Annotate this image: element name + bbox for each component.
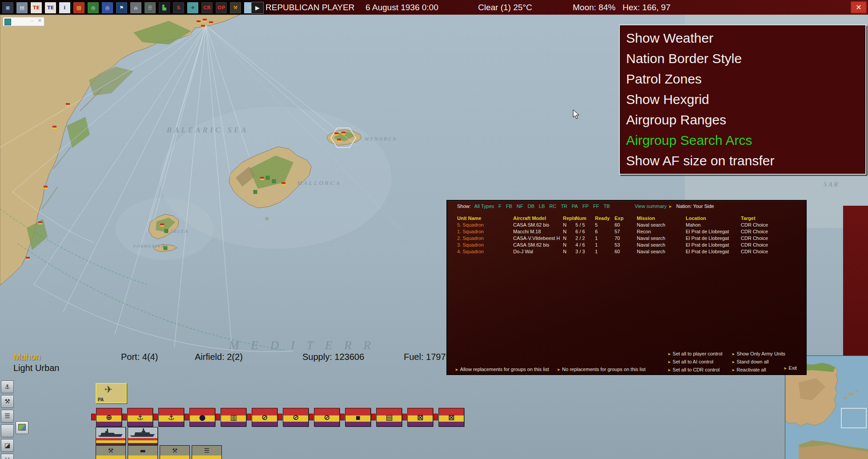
filter-type[interactable]: RC [549,204,556,209]
next-phase-button[interactable]: ▶ [251,2,264,14]
menu-item-show-hexgrid[interactable]: Show Hexgrid [620,89,865,110]
support-counter[interactable]: ☰ [187,445,219,459]
naval-counter[interactable]: ▪ [340,407,371,427]
toe-icon[interactable]: TE [44,2,56,14]
column-header[interactable]: Num [575,216,595,221]
ledger-icon[interactable]: ▤ [16,2,28,14]
info-screens-icon[interactable]: i [59,2,71,14]
minimize-icon[interactable]: – [31,18,33,23]
footer-command[interactable]: Reactivate all [730,366,785,374]
footer-command[interactable]: Stand down all [730,358,785,366]
column-header[interactable]: Target [741,216,816,221]
arrow-icon [784,365,787,371]
column-header[interactable]: Ready [595,216,615,221]
footer-command[interactable]: Set all to player control [666,350,722,358]
naval-counter[interactable]: ⊠ [402,407,434,427]
losses-icon[interactable]: ▨ [73,2,85,14]
airgroup-row[interactable]: 3. SquadronCASA SM.62 bisN4 / 6153Naval … [447,242,806,248]
ship-counter[interactable] [128,427,158,445]
ground-elements-icon[interactable]: TE [30,2,42,14]
menu-item-airgroup-ranges[interactable]: Airgroup Ranges [620,110,865,130]
airgroup-row[interactable]: 2. SquadronCASA-V.Vildebeest HN2 / 2170N… [447,235,806,242]
air-unit-counter[interactable]: ✈ PA [96,383,127,403]
engineer-tool-button[interactable]: ⚒ [1,395,14,408]
supply-icon[interactable]: S [173,2,185,14]
support-counter[interactable]: ⚒ [91,445,123,459]
column-header[interactable]: Location [686,216,741,221]
port-tool-button[interactable]: ⚓ [1,380,14,393]
jump-map-blue-icon[interactable]: ◎ [101,2,113,14]
naval-counter[interactable]: ⊘ [309,407,340,427]
menu-item-show-af-size[interactable]: Show AF size on transfer [620,151,865,171]
naval-counter[interactable]: ⊘ [278,407,309,427]
filter-all-types[interactable]: All Types [474,204,494,209]
naval-counter[interactable]: ⊠ [434,407,465,427]
filter-type[interactable]: F [498,204,502,209]
airgroup-row[interactable]: 1. SquadronMacchi M.18N6 / 6657ReconEl P… [447,228,806,235]
exit-button[interactable]: Exit [782,365,797,371]
filter-type[interactable]: LB [539,204,545,209]
filter-type[interactable]: TR [561,204,567,209]
naval-counter[interactable]: ⊘ [247,407,278,427]
filter-type[interactable]: TB [603,204,610,209]
filter-type[interactable]: FB [506,204,512,209]
naval-counter[interactable]: ▥ [216,407,247,427]
filter-type[interactable]: PA [572,204,578,209]
mini-window[interactable]: – ✕ [3,17,44,26]
naval-counter[interactable]: ⚓ [122,407,153,427]
column-header[interactable]: Exp [615,216,637,221]
close-icon[interactable]: ✕ [38,18,42,24]
column-header[interactable]: Mission [637,216,686,221]
footer-command[interactable]: Allow replacements for groups on this li… [453,367,549,372]
overlay-tool-button[interactable]: ◪ [1,439,14,452]
support-counter[interactable]: ▬ [123,445,155,459]
port-icon[interactable]: ⚒ [229,2,241,14]
footer-command[interactable]: No replacements for groups on this list [555,367,645,372]
filter-type[interactable]: FP [583,204,589,209]
filter-type[interactable]: NF [517,204,523,209]
stack-indicator [371,414,376,420]
menu-item-airgroup-search-arcs[interactable]: Airgroup Search Arcs [620,130,865,151]
footer-command[interactable]: Set all to AI control [666,358,722,366]
footer-command[interactable]: Show Only Army Units [730,350,785,358]
stack-indicator [247,414,251,420]
hotkey-h-button[interactable]: H [1,454,14,459]
filter-type[interactable]: FF [593,204,599,209]
nation-filter[interactable]: Nation: Your Side [676,204,714,209]
player-title: REPUBLICAN PLAYER [265,3,354,12]
commanders-report-icon[interactable]: CR [201,2,213,14]
column-header[interactable]: Aircraft Model [513,216,563,221]
naval-counter[interactable]: ▤ [371,407,402,427]
airgroup-list-dialog: Show: All Types FFBNFDBLBRCTRPAFPFFTB Vi… [447,200,806,375]
footer-command[interactable]: Set all to CDR control [666,366,722,374]
jump-map-green-icon[interactable]: ◎ [87,2,99,14]
charts-icon[interactable]: ▙ [158,2,170,14]
air-transfer-icon[interactable]: ✈ [187,2,199,14]
screenshot-tool-button[interactable] [16,421,28,434]
operations-icon[interactable]: OP [215,2,227,14]
support-counter[interactable]: ⚒ [155,445,187,459]
industry-icon[interactable]: ⌂ [130,2,142,14]
empty-tool-button[interactable] [1,424,14,437]
save-icon[interactable]: ▣ [2,2,14,14]
rail-transport-icon[interactable]: ☰ [144,2,156,14]
menu-item-nation-border-style[interactable]: Nation Border Style [620,48,865,69]
naval-counter[interactable]: ● [185,407,216,427]
naval-symbol-icon: ⊠ [439,408,464,426]
ship-counter[interactable] [96,427,126,445]
naval-counter[interactable]: ⊕ [91,407,122,427]
airgroup-row[interactable]: 4. SquadronDo-J WalN3 / 3160Naval search… [447,248,806,255]
rail-repair-tool-button[interactable]: ☰ [1,410,14,423]
filter-type[interactable]: DB [527,204,534,209]
naval-counter[interactable]: ⚓ [153,407,185,427]
label-sardinia: SAR [824,181,840,188]
column-header[interactable]: Unit Name [457,216,513,221]
naval-symbol-icon: ▪ [346,408,370,426]
view-summary-link[interactable]: View summary [635,204,667,209]
menu-item-show-weather[interactable]: Show Weather [620,28,865,48]
menu-item-patrol-zones[interactable]: Patrol Zones [620,69,865,89]
close-button[interactable]: ✕ [851,1,867,13]
column-header[interactable]: Repls [563,216,575,221]
victory-flag-icon[interactable]: ⚑ [116,2,128,14]
airgroup-row[interactable]: 5. SquadronCASA SM.62 bisN5 / 5560Naval … [447,222,806,228]
